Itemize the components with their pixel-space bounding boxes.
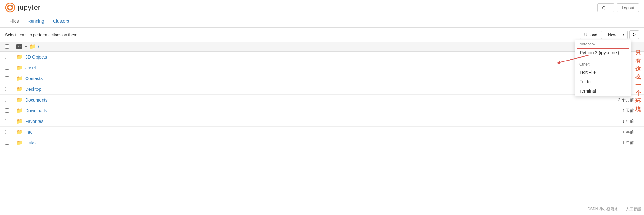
table-row: 📁 3D Objects — [0, 52, 644, 62]
logo: jupyter — [5, 3, 41, 13]
file-name[interactable]: 3D Objects — [25, 55, 599, 60]
file-list: 📁 3D Objects 📁 ansel 📁 Contacts 📁 Deskto… — [0, 52, 644, 148]
logo-text: jupyter — [18, 3, 41, 12]
logout-button[interactable]: Logout — [617, 3, 639, 12]
row-checkbox[interactable] — [5, 130, 9, 134]
folder-icon: 📁 — [29, 44, 36, 49]
file-date: 1 年前 — [601, 119, 639, 124]
folder-icon: 📁 — [16, 54, 23, 60]
watermark: CSDN @小桥流水——人工智能 — [587, 206, 641, 212]
select-all-checkbox[interactable] — [5, 44, 9, 49]
upload-button[interactable]: Upload — [580, 31, 602, 39]
toolbar-right: Upload New ▾ ↻ Notebook: Python 3 (ipyke… — [580, 30, 639, 39]
table-row: 📁 Intel 1 年前 — [0, 127, 644, 137]
file-name[interactable]: ansel — [25, 65, 599, 70]
folder-icon: 📁 — [16, 75, 23, 81]
folder-icon: 📁 — [16, 140, 23, 146]
row-checkbox[interactable] — [5, 98, 9, 102]
tab-files[interactable]: Files — [5, 15, 23, 27]
row-checkbox[interactable] — [5, 119, 9, 123]
new-button-arrow[interactable]: ▾ — [620, 31, 627, 39]
nav-tabs: Files Running Clusters — [0, 15, 644, 28]
file-name[interactable]: Intel — [25, 130, 599, 135]
file-date: 3 个月前 — [601, 97, 639, 103]
dropdown-arrow: ▾ — [25, 44, 27, 49]
table-row: 📁 Contacts — [0, 73, 644, 84]
row-checkbox[interactable] — [5, 108, 9, 113]
folder-icon: 📁 — [16, 65, 23, 71]
svg-point-3 — [8, 5, 9, 6]
folder-item[interactable]: Folder — [575, 77, 631, 86]
header: jupyter Quit Logout — [0, 0, 644, 15]
file-name[interactable]: Desktop — [25, 87, 599, 92]
folder-icon: 📁 — [16, 129, 23, 135]
file-name[interactable]: Documents — [25, 97, 599, 102]
row-checkbox[interactable] — [5, 76, 9, 80]
file-name[interactable]: Favorites — [25, 119, 599, 124]
file-name[interactable]: Contacts — [25, 76, 599, 81]
table-row: 📁 Favorites 1 年前 — [0, 116, 644, 127]
folder-icon: 📁 — [16, 86, 23, 92]
tab-running[interactable]: Running — [23, 15, 49, 27]
new-dropdown-menu: Notebook: Python 3 (ipykernel) Other: Te… — [575, 40, 631, 96]
selected-count-badge: 0 — [16, 44, 22, 49]
folder-icon: 📁 — [16, 118, 23, 124]
other-section-label: Other: — [575, 60, 631, 67]
python3-kernel-item[interactable]: Python 3 (ipykernel) — [577, 48, 629, 57]
row-checkbox[interactable] — [5, 87, 9, 91]
file-list-header: 0 ▾ 📁 / Name ▼ — [0, 42, 644, 52]
new-button-label[interactable]: New — [604, 31, 620, 39]
file-name[interactable]: Downloads — [25, 108, 599, 113]
text-file-item[interactable]: Text File — [575, 67, 631, 77]
refresh-button[interactable]: ↻ — [629, 30, 639, 39]
table-row: 📁 Links 1 年前 — [0, 137, 644, 148]
tab-clusters[interactable]: Clusters — [49, 15, 74, 27]
quit-button[interactable]: Quit — [597, 3, 614, 12]
breadcrumb[interactable]: / — [38, 44, 39, 49]
file-date: 4 天前 — [601, 108, 639, 113]
select-hint: Select items to perform actions on them. — [5, 32, 79, 37]
terminal-item[interactable]: Terminal — [575, 86, 631, 96]
header-actions: Quit Logout — [597, 3, 639, 12]
folder-icon: 📁 — [16, 97, 23, 103]
new-button-group: New ▾ — [604, 31, 628, 39]
row-checkbox[interactable] — [5, 55, 9, 59]
row-checkbox[interactable] — [5, 141, 9, 145]
file-date: 1 年前 — [601, 140, 639, 146]
row-checkbox[interactable] — [5, 66, 9, 70]
svg-point-5 — [9, 9, 11, 11]
table-row: 📁 Documents 3 个月前 — [0, 95, 644, 105]
dropdown-divider — [575, 59, 631, 59]
file-date: 1 年前 — [601, 129, 639, 135]
folder-icon: 📁 — [16, 108, 23, 113]
notebook-section-label: Notebook: — [575, 40, 631, 47]
toolbar: Select items to perform actions on them.… — [0, 28, 644, 42]
jupyter-logo-icon — [5, 3, 15, 13]
svg-point-4 — [11, 5, 13, 6]
header-checkbox-col — [5, 44, 14, 49]
table-row: 📁 ansel — [0, 62, 644, 73]
table-row: 📁 Downloads 4 天前 — [0, 105, 644, 116]
file-name[interactable]: Links — [25, 140, 599, 145]
table-row: 📁 Desktop — [0, 84, 644, 95]
name-column-header: Name ▼ — [42, 44, 599, 49]
